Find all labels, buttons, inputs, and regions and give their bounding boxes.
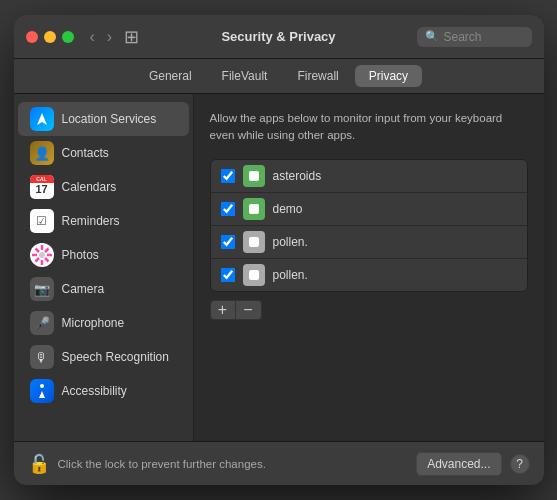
sidebar-item-accessibility[interactable]: Accessibility [18,374,189,408]
main-panel: Allow the apps below to monitor input fr… [194,94,544,441]
grid-icon[interactable]: ⊞ [124,26,139,48]
tab-filevault[interactable]: FileVault [208,65,282,87]
app-name-3: pollen. [273,268,308,282]
app-icon-1 [243,198,265,220]
sidebar-item-reminders[interactable]: ☑ Reminders [18,204,189,238]
close-button[interactable] [26,31,38,43]
app-name-0: asteroids [273,169,322,183]
app-icon-3 [243,264,265,286]
tab-general[interactable]: General [135,65,206,87]
list-controls: + − [210,300,528,320]
search-input[interactable] [444,30,524,44]
app-name-1: demo [273,202,303,216]
sidebar-label-contacts: Contacts [62,146,109,160]
svg-rect-12 [249,204,259,214]
lock-icon[interactable]: 🔓 [28,453,50,475]
table-row: asteroids [211,160,527,193]
sidebar-item-contacts[interactable]: 👤 Contacts [18,136,189,170]
sidebar-label-location: Location Services [62,112,157,126]
app-checkbox-2[interactable] [221,235,235,249]
contacts-icon: 👤 [30,141,54,165]
svg-rect-13 [249,237,259,247]
app-checkbox-3[interactable] [221,268,235,282]
security-privacy-window: ‹ › ⊞ Security & Privacy 🔍 General FileV… [14,15,544,485]
svg-rect-14 [249,270,259,280]
microphone-icon: 🎤 [30,311,54,335]
app-checkbox-1[interactable] [221,202,235,216]
sidebar-item-microphone[interactable]: 🎤 Microphone [18,306,189,340]
content-area: Location Services 👤 Contacts CAL 17 Cale… [14,94,544,441]
advanced-button[interactable]: Advanced... [416,452,501,476]
location-services-icon [30,107,54,131]
search-box[interactable]: 🔍 [417,27,532,47]
description-text: Allow the apps below to monitor input fr… [210,110,528,145]
accessibility-icon [30,379,54,403]
sidebar-item-speech[interactable]: 🎙 Speech Recognition [18,340,189,374]
sidebar-item-photos[interactable]: Photos [18,238,189,272]
lock-text: Click the lock to prevent further change… [58,458,266,470]
help-button[interactable]: ? [510,454,530,474]
nav-buttons: ‹ › [86,26,117,48]
sidebar-label-accessibility: Accessibility [62,384,127,398]
app-checkbox-0[interactable] [221,169,235,183]
sidebar-label-microphone: Microphone [62,316,125,330]
sidebar-label-reminders: Reminders [62,214,120,228]
camera-icon: 📷 [30,277,54,301]
apps-list: asteroids demo pollen. [210,159,528,292]
forward-button[interactable]: › [103,26,116,48]
sidebar-label-calendars: Calendars [62,180,117,194]
svg-point-1 [39,252,45,258]
app-icon-0 [243,165,265,187]
speech-recognition-icon: 🎙 [30,345,54,369]
back-button[interactable]: ‹ [86,26,99,48]
app-name-2: pollen. [273,235,308,249]
reminders-icon: ☑ [30,209,54,233]
tabs-bar: General FileVault Firewall Privacy [14,59,544,94]
tab-privacy[interactable]: Privacy [355,65,422,87]
sidebar-item-location[interactable]: Location Services [18,102,189,136]
calendars-icon: CAL 17 [30,175,54,199]
sidebar-item-camera[interactable]: 📷 Camera [18,272,189,306]
tab-firewall[interactable]: Firewall [283,65,352,87]
table-row: pollen. [211,259,527,291]
svg-point-10 [40,384,44,388]
table-row: demo [211,193,527,226]
sidebar-item-calendars[interactable]: CAL 17 Calendars [18,170,189,204]
sidebar-label-speech: Speech Recognition [62,350,169,364]
sidebar: Location Services 👤 Contacts CAL 17 Cale… [14,94,194,441]
titlebar: ‹ › ⊞ Security & Privacy 🔍 [14,15,544,59]
app-icon-2 [243,231,265,253]
search-icon: 🔍 [425,30,439,43]
minimize-button[interactable] [44,31,56,43]
maximize-button[interactable] [62,31,74,43]
statusbar: 🔓 Click the lock to prevent further chan… [14,441,544,485]
photos-icon [30,243,54,267]
add-app-button[interactable]: + [210,300,236,320]
svg-rect-11 [249,171,259,181]
sidebar-label-photos: Photos [62,248,99,262]
sidebar-label-camera: Camera [62,282,105,296]
traffic-lights [26,31,74,43]
window-title: Security & Privacy [221,29,335,44]
remove-app-button[interactable]: − [236,300,262,320]
table-row: pollen. [211,226,527,259]
